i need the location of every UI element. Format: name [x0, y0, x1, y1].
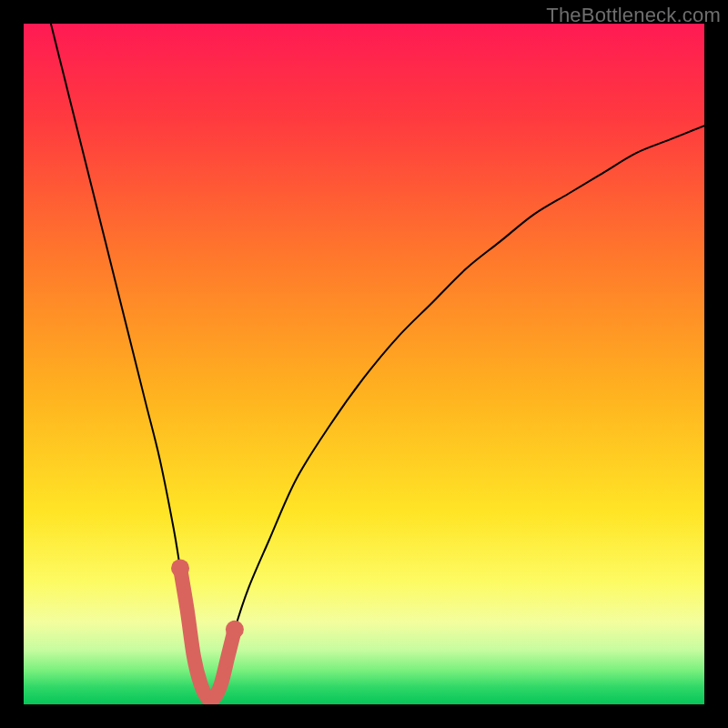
gradient-background — [24, 24, 704, 704]
valley-marker-dot-start — [171, 559, 189, 577]
bottleneck-chart — [24, 24, 704, 704]
chart-frame — [24, 24, 704, 704]
valley-marker-dot-end — [226, 621, 244, 639]
watermark-text: TheBottleneck.com — [546, 4, 721, 27]
